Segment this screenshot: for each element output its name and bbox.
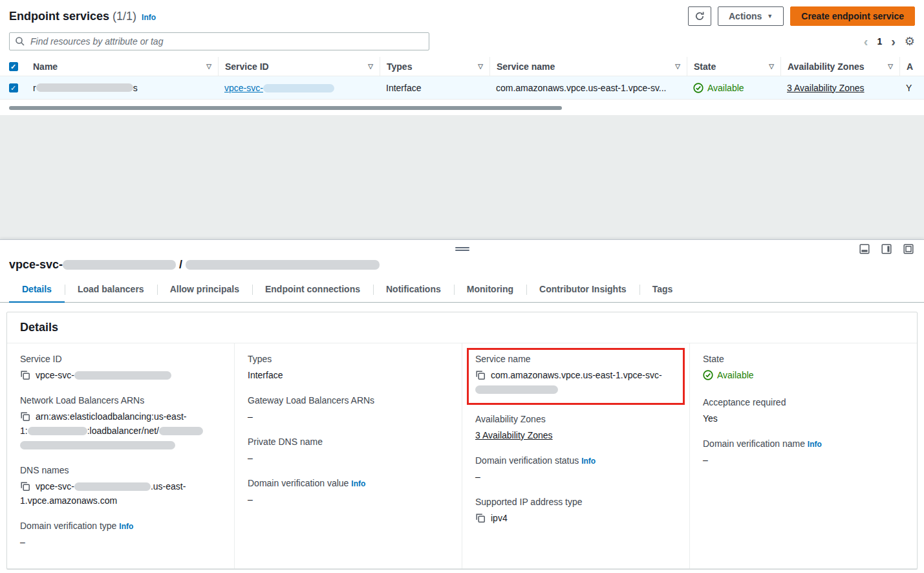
details-column-3: Service name com.amazonaws.vpce.us-east-…: [462, 343, 689, 568]
copy-icon[interactable]: [475, 370, 486, 380]
copy-icon[interactable]: [20, 481, 30, 492]
field-nlb-arns: Network Load Balancers ARNs arn:aws:elas…: [20, 395, 221, 452]
field-label: State: [703, 354, 904, 364]
table-section: Endpoint services (1/1) Info Actions ▼ C…: [0, 0, 924, 115]
field-value: –: [248, 409, 449, 424]
panel-layout-controls: [859, 244, 914, 254]
info-link[interactable]: Info: [119, 522, 133, 531]
field-value: Available: [703, 368, 904, 384]
field-label: Gateway Load Balancers ARNs: [248, 395, 449, 405]
info-link[interactable]: Info: [808, 440, 822, 449]
sort-icon[interactable]: ▽: [888, 63, 893, 70]
tab-tags[interactable]: Tags: [639, 278, 686, 302]
sort-icon[interactable]: ▽: [478, 63, 483, 70]
tab-contributor-insights[interactable]: Contributor Insights: [526, 278, 639, 302]
value-fragment: ipv4: [491, 513, 508, 523]
page-prev-icon[interactable]: ‹: [864, 35, 868, 48]
tab-notifications[interactable]: Notifications: [373, 278, 454, 302]
field-label: Availability Zones: [475, 414, 676, 424]
availability-zones-link[interactable]: 3 Availability Zones: [475, 430, 553, 440]
value-fragment: vpce-svc-: [36, 370, 74, 380]
page-number[interactable]: 1: [877, 36, 882, 47]
copy-icon[interactable]: [20, 411, 30, 422]
tab-bar: Details Load balancers Allow principals …: [0, 278, 924, 303]
info-link[interactable]: Info: [142, 13, 156, 22]
column-header-name[interactable]: Name ▽: [27, 57, 218, 76]
column-header-availability-zones[interactable]: Availability Zones ▽: [780, 57, 899, 76]
drag-handle[interactable]: [455, 246, 469, 252]
field-label: DNS names: [20, 465, 221, 475]
field-label: Domain verification name Info: [703, 438, 904, 449]
column-label: Name: [33, 61, 58, 72]
info-link[interactable]: Info: [351, 479, 365, 488]
row-service-name-cell: com.amazonaws.vpce.us-east-1.vpce-sv...: [489, 76, 687, 99]
panel-title-separator: /: [179, 258, 182, 271]
tab-load-balancers[interactable]: Load balancers: [65, 278, 157, 302]
field-value: –: [475, 470, 676, 484]
state-label: Available: [717, 368, 754, 382]
copy-icon[interactable]: [475, 513, 486, 523]
refresh-button[interactable]: [688, 6, 711, 26]
field-label: Supported IP address type: [475, 497, 676, 507]
redacted-text: [28, 427, 87, 435]
field-value: –: [20, 535, 221, 549]
service-id-link[interactable]: vpce-svc-: [224, 83, 334, 93]
field-label: Domain verification status Info: [475, 455, 676, 466]
field-value: 3 Availability Zones: [475, 428, 676, 442]
redacted-text: [36, 83, 133, 92]
tab-monitoring[interactable]: Monitoring: [454, 278, 526, 302]
info-link[interactable]: Info: [581, 457, 596, 466]
column-label: Service name: [497, 61, 555, 72]
tab-endpoint-connections[interactable]: Endpoint connections: [252, 278, 373, 302]
panel-position-bottom-icon[interactable]: [859, 244, 870, 254]
status-badge: Available: [703, 368, 754, 382]
value-fragment: vpce-svc-: [36, 481, 74, 492]
label-text: Domain verification status: [475, 455, 579, 466]
search-input[interactable]: [9, 32, 429, 50]
row-state-cell: Available: [687, 76, 780, 99]
actions-button[interactable]: Actions ▼: [718, 6, 784, 26]
details-column-2: Types Interface Gateway Load Balancers A…: [234, 343, 462, 568]
check-circle-icon: [703, 370, 713, 380]
field-value: –: [248, 492, 449, 506]
field-service-id: Service ID vpce-svc-: [20, 354, 221, 382]
field-label: Types: [248, 354, 449, 364]
row-name-cell: rs: [27, 76, 218, 99]
redacted-text: [475, 385, 558, 394]
field-dns-names: DNS names vpce-svc-.us-east- 1.vpce.amaz…: [20, 465, 221, 508]
copy-icon[interactable]: [20, 370, 30, 380]
create-endpoint-service-button[interactable]: Create endpoint service: [790, 6, 915, 26]
column-header-service-name[interactable]: Service name ▽: [489, 57, 687, 76]
page-next-icon[interactable]: ›: [891, 35, 896, 48]
redacted-text: [63, 260, 176, 270]
row-checkbox[interactable]: ✓: [9, 83, 18, 92]
column-header-state[interactable]: State ▽: [687, 57, 780, 76]
sort-icon[interactable]: ▽: [368, 63, 373, 70]
table-toolbar: ‹ 1 › ⚙: [0, 30, 924, 50]
column-header-acceptance[interactable]: A: [899, 57, 924, 76]
tab-details[interactable]: Details: [9, 278, 65, 303]
field-value: arn:aws:elasticloadbalancing:us-east- 1:…: [20, 409, 221, 452]
scrollbar-thumb[interactable]: [9, 106, 562, 110]
select-all-checkbox[interactable]: ✓: [9, 62, 18, 71]
sort-icon[interactable]: ▽: [675, 63, 680, 70]
field-label: Domain verification type Info: [20, 521, 221, 531]
panel-fullscreen-icon[interactable]: [903, 244, 914, 254]
field-state: State Available: [703, 354, 904, 384]
sort-icon[interactable]: ▽: [206, 63, 211, 70]
sort-icon[interactable]: ▽: [769, 63, 774, 70]
value-fragment: com.amazonaws.vpce.us-east-1.vpce-svc-: [491, 370, 662, 380]
field-acceptance-required: Acceptance required Yes: [703, 397, 904, 426]
gear-icon[interactable]: ⚙: [905, 34, 915, 49]
panel-position-side-icon[interactable]: [881, 244, 892, 254]
table-row[interactable]: ✓ rs vpce-svc- Interface com.amazonaws.v…: [0, 76, 924, 100]
name-fragment: s: [133, 83, 138, 93]
availability-zones-link[interactable]: 3 Availability Zones: [787, 83, 865, 93]
value-fragment: arn:aws:elasticloadbalancing:us-east-: [36, 411, 186, 422]
column-header-service-id[interactable]: Service ID ▽: [218, 57, 380, 76]
redacted-text: [186, 260, 380, 270]
column-header-types[interactable]: Types ▽: [380, 57, 489, 76]
tab-allow-principals[interactable]: Allow principals: [157, 278, 252, 302]
field-domain-verification-type: Domain verification type Info –: [20, 521, 221, 549]
panel-title: vpce-svc- /: [0, 258, 924, 278]
